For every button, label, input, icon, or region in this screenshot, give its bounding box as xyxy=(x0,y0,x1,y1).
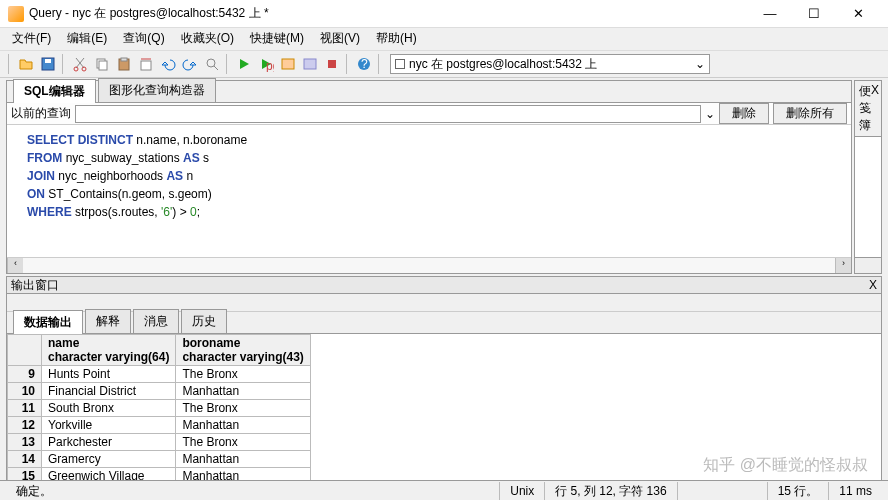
output-title: 输出窗口 xyxy=(11,277,59,294)
output-header: 输出窗口 X xyxy=(6,276,882,294)
svg-rect-1 xyxy=(45,59,51,63)
undo-icon[interactable] xyxy=(158,54,178,74)
column-header-name[interactable]: namecharacter varying(64) xyxy=(42,335,176,366)
row-number: 12 xyxy=(8,417,42,434)
editor-panel: SQL编辑器 图形化查询构造器 以前的查询 ⌄ 删除 删除所有 SELECT D… xyxy=(6,80,852,274)
menu-view[interactable]: 视图(V) xyxy=(312,28,368,50)
table-row[interactable]: 11South BronxThe Bronx xyxy=(8,400,311,417)
db-icon xyxy=(395,59,405,69)
execute-pgscript-icon[interactable]: pg xyxy=(256,54,276,74)
prev-query-label: 以前的查询 xyxy=(11,105,71,122)
svg-point-9 xyxy=(207,59,215,67)
chevron-down-icon[interactable]: ⌄ xyxy=(705,107,715,121)
execute-icon[interactable] xyxy=(234,54,254,74)
status-position: 行 5, 列 12, 字符 136 xyxy=(544,482,676,500)
table-row[interactable]: 10Financial DistrictManhattan xyxy=(8,383,311,400)
cell-name[interactable]: Gramercy xyxy=(42,451,176,468)
status-rowcount: 15 行。 xyxy=(767,482,829,500)
svg-text:pg: pg xyxy=(266,59,274,72)
row-number: 10 xyxy=(8,383,42,400)
scratchpad-hscroll[interactable] xyxy=(854,258,882,274)
window-title: Query - nyc 在 postgres@localhost:5432 上 … xyxy=(29,5,269,22)
scratchpad-close-icon[interactable]: X xyxy=(871,83,879,134)
editor-hscroll[interactable]: ‹› xyxy=(7,257,851,273)
cell-boroname[interactable]: Manhattan xyxy=(176,451,310,468)
svg-rect-5 xyxy=(99,61,107,70)
status-time: 11 ms xyxy=(828,482,882,500)
paste-icon[interactable] xyxy=(114,54,134,74)
menu-file[interactable]: 文件(F) xyxy=(4,28,59,50)
tab-sql-editor[interactable]: SQL编辑器 xyxy=(13,79,96,103)
tab-messages[interactable]: 消息 xyxy=(133,309,179,333)
svg-rect-12 xyxy=(304,59,316,69)
table-row[interactable]: 13ParkchesterThe Bronx xyxy=(8,434,311,451)
connection-combo[interactable]: nyc 在 postgres@localhost:5432 上 ⌄ xyxy=(390,54,710,74)
cell-name[interactable]: Yorkville xyxy=(42,417,176,434)
cell-boroname[interactable]: The Bronx xyxy=(176,434,310,451)
app-icon xyxy=(8,6,24,22)
tab-data-output[interactable]: 数据输出 xyxy=(13,310,83,334)
cancel-icon[interactable] xyxy=(322,54,342,74)
save-icon[interactable] xyxy=(38,54,58,74)
title-bar: Query - nyc 在 postgres@localhost:5432 上 … xyxy=(0,0,888,28)
minimize-button[interactable]: — xyxy=(748,0,792,28)
menu-favorites[interactable]: 收藏夹(O) xyxy=(173,28,242,50)
table-row[interactable]: 9Hunts PointThe Bronx xyxy=(8,366,311,383)
tab-history[interactable]: 历史 xyxy=(181,309,227,333)
svg-rect-13 xyxy=(328,60,336,68)
explain-icon[interactable] xyxy=(278,54,298,74)
cell-boroname[interactable]: Manhattan xyxy=(176,383,310,400)
menu-query[interactable]: 查询(Q) xyxy=(115,28,172,50)
svg-rect-8 xyxy=(141,61,151,70)
tab-graphical-query[interactable]: 图形化查询构造器 xyxy=(98,78,216,102)
close-button[interactable]: ✕ xyxy=(836,0,880,28)
svg-text:?: ? xyxy=(361,57,368,71)
menu-edit[interactable]: 编辑(E) xyxy=(59,28,115,50)
cut-icon[interactable] xyxy=(70,54,90,74)
clear-icon[interactable] xyxy=(136,54,156,74)
output-panel: 数据输出 解释 消息 历史 namecharacter varying(64) … xyxy=(6,294,882,486)
cell-boroname[interactable]: The Bronx xyxy=(176,400,310,417)
chevron-down-icon: ⌄ xyxy=(695,57,705,71)
toolbar: pg ? nyc 在 postgres@localhost:5432 上 ⌄ xyxy=(0,50,888,78)
cell-name[interactable]: Financial District xyxy=(42,383,176,400)
sql-editor[interactable]: SELECT DISTINCT n.name, n.boroname FROM … xyxy=(7,125,851,257)
menu-bar: 文件(F) 编辑(E) 查询(Q) 收藏夹(O) 快捷键(M) 视图(V) 帮助… xyxy=(0,28,888,50)
status-ready: 确定。 xyxy=(6,482,62,500)
cell-name[interactable]: Parkchester xyxy=(42,434,176,451)
delete-all-button[interactable]: 删除所有 xyxy=(773,103,847,124)
prev-query-combo[interactable] xyxy=(75,105,701,123)
row-number: 9 xyxy=(8,366,42,383)
row-number: 14 xyxy=(8,451,42,468)
copy-icon[interactable] xyxy=(92,54,112,74)
explain-analyze-icon[interactable] xyxy=(300,54,320,74)
help-icon[interactable]: ? xyxy=(354,54,374,74)
column-header-boroname[interactable]: boronamecharacter varying(43) xyxy=(176,335,310,366)
find-icon[interactable] xyxy=(202,54,222,74)
open-icon[interactable] xyxy=(16,54,36,74)
table-row[interactable]: 12YorkvilleManhattan xyxy=(8,417,311,434)
output-close-icon[interactable]: X xyxy=(869,278,877,292)
row-number: 13 xyxy=(8,434,42,451)
scratchpad-header: 便笺簿 X xyxy=(854,80,882,137)
delete-button[interactable]: 删除 xyxy=(719,103,769,124)
cell-boroname[interactable]: The Bronx xyxy=(176,366,310,383)
status-mode: Unix xyxy=(499,482,544,500)
tab-explain[interactable]: 解释 xyxy=(85,309,131,333)
cell-name[interactable]: Hunts Point xyxy=(42,366,176,383)
status-bar: 确定。 Unix 行 5, 列 12, 字符 136 15 行。 11 ms xyxy=(0,480,888,500)
menu-macros[interactable]: 快捷键(M) xyxy=(242,28,312,50)
cell-boroname[interactable]: Manhattan xyxy=(176,417,310,434)
svg-rect-7 xyxy=(121,58,127,61)
scratchpad-title: 便笺簿 xyxy=(859,83,871,134)
row-number: 11 xyxy=(8,400,42,417)
svg-rect-11 xyxy=(282,59,294,69)
grid-corner xyxy=(8,335,42,366)
result-grid[interactable]: namecharacter varying(64) boronamecharac… xyxy=(7,334,881,485)
scratchpad-body[interactable] xyxy=(854,137,882,258)
table-row[interactable]: 14GramercyManhattan xyxy=(8,451,311,468)
redo-icon[interactable] xyxy=(180,54,200,74)
menu-help[interactable]: 帮助(H) xyxy=(368,28,425,50)
maximize-button[interactable]: ☐ xyxy=(792,0,836,28)
cell-name[interactable]: South Bronx xyxy=(42,400,176,417)
